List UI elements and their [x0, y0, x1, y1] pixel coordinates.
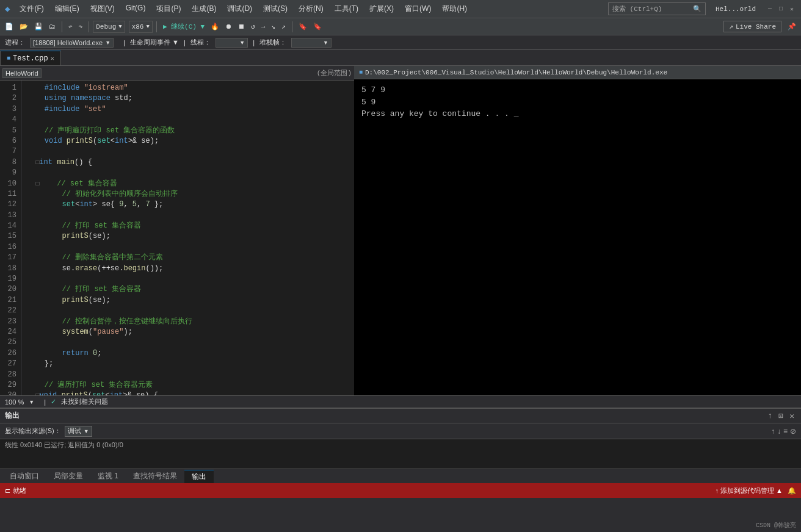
main-toolbar: 📄 📂 💾 🗂 ↶ ↷ Debug ▼ x86 ▼ ▶ 继续(C) ▼ 🔥 ⏺ …	[0, 18, 801, 35]
output-list-icon[interactable]: ≡	[783, 427, 788, 436]
editor-nav-scope: (全局范围)	[317, 68, 352, 77]
title-bar: ◆ 文件(F) 编辑(E) 视图(V) Git(G) 项目(P) 生成(B) 调…	[0, 0, 801, 18]
menu-analyze[interactable]: 分析(N)	[294, 2, 328, 15]
pipe-sep3: |	[253, 39, 255, 46]
close-button[interactable]: ✕	[788, 5, 796, 13]
toolbar-refresh[interactable]: ↺	[248, 21, 258, 32]
tab-watch1[interactable]: 监视 1	[90, 470, 126, 483]
menu-extensions[interactable]: 扩展(X)	[364, 2, 399, 15]
code-content: 12345 678910 1112131415 1617181920 21222…	[0, 81, 354, 395]
output-clear-icon[interactable]: ⊘	[790, 427, 796, 436]
run-button[interactable]: ▶ 继续(C) ▼	[161, 21, 207, 32]
toolbar-open[interactable]: 📂	[17, 21, 31, 32]
select-arrow: ▼	[84, 428, 89, 434]
output-controls: ↑ ⊡ ✕	[766, 411, 796, 421]
output-source-label: 显示输出来源(S)：	[5, 426, 61, 436]
pipe: |	[44, 398, 46, 406]
maximize-button[interactable]: □	[777, 5, 785, 13]
tab-find-symbol[interactable]: 查找符号结果	[126, 470, 184, 483]
source-control-button[interactable]: ↑ 添加到源代码管理 ▲	[716, 486, 783, 495]
search-icon: 🔍	[693, 5, 701, 13]
progress-label: 进程：	[5, 38, 25, 47]
output-source-select[interactable]: 调试 ▼	[65, 426, 92, 437]
output-up-button[interactable]: ↑	[766, 411, 775, 420]
progress-bar: 进程： [18808] HelloWorld.exe ▼ | 生命周期事件 ▼ …	[0, 35, 801, 50]
menu-edit[interactable]: 编辑(E)	[50, 2, 84, 15]
menu-view[interactable]: 视图(V)	[85, 2, 120, 15]
editor-nav-class[interactable]: HelloWorld	[2, 68, 42, 78]
editor-tab-bar: ■ Test.cpp ✕	[0, 50, 801, 66]
toolbar-bookmark2[interactable]: 🔖	[311, 21, 324, 32]
menu-debug[interactable]: 调试(D)	[222, 2, 257, 15]
toolbar-sep-3	[156, 21, 157, 32]
output-title: 输出	[5, 411, 20, 421]
toolbar-bookmark[interactable]: 🔖	[296, 21, 310, 32]
output-close-button[interactable]: ✕	[788, 411, 796, 421]
tab-locals[interactable]: 局部变量	[46, 470, 90, 483]
window-title: Hel...orld	[716, 5, 756, 13]
menu-tools[interactable]: 工具(T)	[330, 2, 363, 15]
toolbar-save[interactable]: 💾	[32, 21, 45, 32]
output-header: 输出 ↑ ⊡ ✕	[0, 409, 801, 423]
bell-icon[interactable]: 🔔	[788, 487, 796, 495]
toolbar-pin[interactable]: 📌	[785, 21, 799, 32]
live-share-button[interactable]: ↗ Live Share	[723, 21, 781, 32]
stack-dropdown[interactable]: ▼	[291, 38, 332, 48]
minimize-button[interactable]: —	[766, 5, 774, 13]
output-float-button[interactable]: ⊡	[777, 411, 785, 421]
toolbar-new[interactable]: 📄	[2, 21, 16, 32]
editor-nav-left: HelloWorld	[2, 68, 177, 78]
menu-project[interactable]: 项目(P)	[151, 2, 186, 15]
menu-build[interactable]: 生成(B)	[187, 2, 221, 15]
pipe-sep2: |	[184, 39, 186, 46]
terminal-line-3: Press any key to continue . . . _	[361, 108, 794, 120]
toolbar-redo[interactable]: ↷	[76, 21, 85, 32]
toolbar-fire[interactable]: 🔥	[208, 21, 222, 32]
status-bar-left: ⊏ 就绪	[5, 486, 26, 495]
zoom-dropdown-icon: ▼	[29, 399, 34, 405]
watermark: CSDN @韩骏亮	[756, 521, 796, 530]
output-toolbar: 显示输出来源(S)： 调试 ▼ ↑ ↓ ≡ ⊘	[0, 423, 801, 439]
toolbar-sep-4	[292, 21, 292, 32]
editor-status-strip: 100 % ▼ | ✓ 未找到相关问题	[0, 395, 801, 408]
line-numbers: 12345 678910 1112131415 1617181920 21222…	[0, 81, 22, 395]
tab-close-button[interactable]: ✕	[51, 55, 54, 62]
lifecycle-btn[interactable]: 生命周期事件 ▼	[130, 38, 179, 47]
tab-testcpp[interactable]: ■ Test.cpp ✕	[0, 51, 61, 65]
bottom-tabs: 自动窗口 局部变量 监视 1 查找符号结果 输出	[0, 469, 801, 483]
toolbar-sep-2	[89, 21, 89, 32]
pipe-sep: |	[123, 39, 125, 46]
toolbar-stop[interactable]: ⏹	[236, 21, 247, 32]
toolbar-rec[interactable]: ⏺	[223, 21, 234, 32]
debug-config-dropdown[interactable]: Debug ▼	[93, 21, 125, 33]
menu-help[interactable]: 帮助(H)	[437, 2, 472, 15]
output-up-arrow[interactable]: ↑	[771, 427, 775, 436]
menu-test[interactable]: 测试(S)	[258, 2, 292, 15]
thread-dropdown[interactable]: ▼	[216, 38, 248, 48]
status-bar: ⊏ 就绪 ↑ 添加到源代码管理 ▲ 🔔	[0, 483, 801, 498]
menu-window[interactable]: 窗口(W)	[400, 2, 436, 15]
tab-output[interactable]: 输出	[184, 470, 214, 483]
tab-label: Test.cpp	[13, 54, 48, 63]
menu-file[interactable]: 文件(F)	[15, 2, 48, 15]
code-area[interactable]: #include "iostream" using namespace std;…	[22, 81, 354, 395]
status-bar-right: ↑ 添加到源代码管理 ▲ 🔔	[716, 486, 797, 495]
toolbar-step-in[interactable]: ↘	[269, 21, 278, 32]
toolbar-step-out[interactable]: ↗	[279, 21, 288, 32]
output-down-arrow[interactable]: ↓	[777, 427, 781, 436]
search-box[interactable]: 搜索 (Ctrl+Q) 🔍	[608, 2, 706, 15]
process-dropdown[interactable]: [18808] HelloWorld.exe ▼	[30, 38, 114, 48]
tab-icon: ■	[7, 55, 10, 62]
live-share-icon: ↗	[729, 23, 733, 31]
tab-auto-window[interactable]: 自动窗口	[2, 470, 46, 483]
main-area: HelloWorld (全局范围) 12345 678910 111213141…	[0, 66, 801, 395]
terminal-title-bar: ■ D:\002_Project\006_Visual_Studio\Hello…	[354, 66, 801, 79]
toolbar-undo[interactable]: ↶	[66, 21, 75, 32]
toolbar-step-over[interactable]: →	[259, 22, 268, 32]
window-controls: — □ ✕	[766, 5, 796, 13]
platform-dropdown[interactable]: x86 ▼	[129, 21, 153, 33]
terminal-line-1: 5 7 9	[361, 84, 794, 96]
menu-git[interactable]: Git(G)	[121, 2, 151, 15]
status-ready: 就绪	[13, 486, 26, 495]
toolbar-saveall[interactable]: 🗂	[46, 21, 58, 32]
